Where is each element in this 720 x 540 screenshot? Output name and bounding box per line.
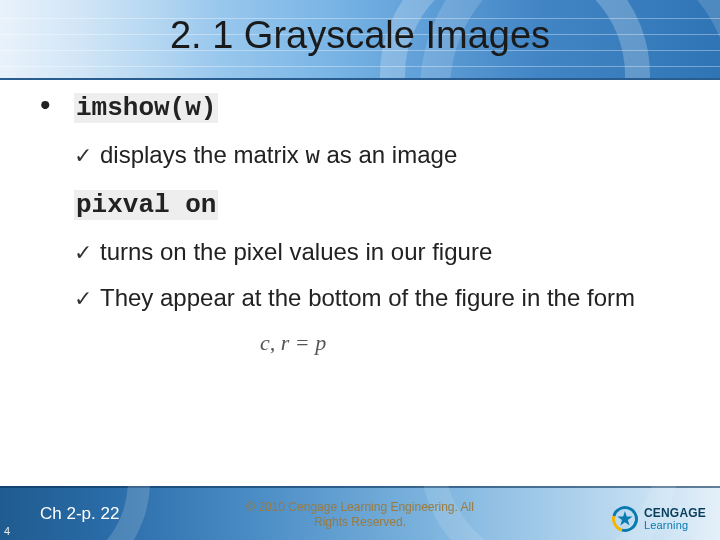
slide: 2. 1 Grayscale Images • imshow(w) ✓ disp… — [0, 0, 720, 540]
text: They appear at the bottom of the figure … — [100, 284, 635, 312]
check-icon: ✓ — [74, 286, 100, 312]
bullet-code-2: pixval on — [74, 190, 690, 220]
bullet-code-1: • imshow(w) — [40, 90, 690, 123]
bullet-dot-icon: • — [40, 90, 74, 120]
check-line-2: ✓ turns on the pixel values in our figur… — [74, 238, 690, 266]
footer-band: Ch 2-p. 22 4 © 2010 Cengage Learning Eng… — [0, 486, 720, 540]
slide-title: 2. 1 Grayscale Images — [0, 14, 720, 57]
content-area: • imshow(w) ✓ displays the matrix w as a… — [40, 90, 690, 356]
cengage-logo: CENGAGE Learning — [612, 506, 706, 532]
logo-text: CENGAGE Learning — [644, 507, 706, 531]
text: turns on the pixel values in our figure — [100, 238, 492, 266]
logo-icon — [612, 506, 638, 532]
check-icon: ✓ — [74, 143, 100, 169]
check-icon: ✓ — [74, 240, 100, 266]
formula: c, r = p — [260, 330, 690, 356]
text: displays the matrix w as an image — [100, 141, 457, 170]
check-line-3: ✓ They appear at the bottom of the figur… — [74, 284, 690, 312]
code-snippet-1: imshow(w) — [74, 93, 218, 123]
code-snippet-2: pixval on — [74, 190, 218, 220]
check-line-1: ✓ displays the matrix w as an image — [74, 141, 690, 170]
